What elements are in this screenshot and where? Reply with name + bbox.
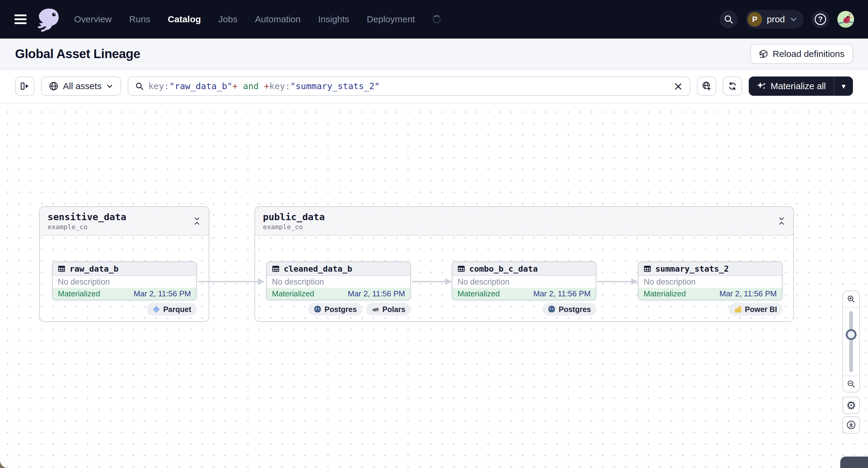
group-location: example_co [263,223,325,231]
deployment-name: prod [767,14,785,24]
status-badge: Materialized [58,289,100,299]
dagster-octopus-icon [36,7,61,32]
reload-definitions-label: Reload definitions [773,49,845,59]
table-icon [457,265,465,273]
asset-scope-dropdown[interactable]: All assets [41,76,121,96]
nav-item-runs[interactable]: Runs [129,14,150,24]
zoom-out-button[interactable] [843,376,859,392]
caret-down-icon: ▾ [841,82,845,91]
zoom-out-icon [847,379,856,388]
reload-cube-icon [759,49,768,59]
edge-arrowhead-icon [445,278,452,285]
refresh-button[interactable] [723,76,742,96]
asset-badges-summary-stats-2: Power BI [638,303,782,316]
search-icon [723,14,734,24]
group-header: sensitive_data example_co [40,207,209,236]
kind-badge-postgres[interactable]: Postgres [308,303,362,316]
asset-node-summary-stats-2[interactable]: summary_stats_2 No description Materiali… [638,261,782,300]
asset-status-row: Materialized Mar 2, 11:56 PM [453,288,596,300]
dagster-logo[interactable] [36,7,61,32]
status-badge: Materialized [644,289,686,299]
materialization-timestamp[interactable]: Mar 2, 11:56 PM [719,289,777,299]
polars-bear-icon [371,305,379,313]
table-icon [272,265,280,273]
asset-name-row: cleaned_data_b [267,262,410,276]
nav-item-insights[interactable]: Insights [318,14,349,24]
nav-item-deployment[interactable]: Deployment [367,14,415,24]
asset-description: No description [267,276,410,288]
badge-label: Postgres [325,305,357,314]
asset-search-input[interactable]: key:"raw_data_b"+ and +key:"summary_stat… [128,76,690,96]
nav-item-overview[interactable]: Overview [74,14,112,24]
search-icon [135,82,144,91]
zoom-in-button[interactable] [843,291,859,308]
download-image-button[interactable] [842,416,860,434]
lineage-graph-canvas[interactable]: sensitive_data example_co public_data ex… [0,103,868,468]
group-header: public_data example_co [255,207,793,236]
zoom-slider-track[interactable] [849,311,853,372]
asset-badges-combo-b-c-data: Postgres [452,303,596,316]
zoom-in-icon [847,294,856,304]
materialize-dropdown-button[interactable]: ▾ [834,76,853,96]
search-button[interactable] [719,10,738,28]
asset-node-cleaned-data-b[interactable]: cleaned_data_b No description Materializ… [266,261,411,300]
edge-arrowhead-icon [258,278,265,285]
kind-badge-parquet[interactable]: Parquet [147,303,197,316]
lineage-edge [198,281,258,282]
materialization-timestamp[interactable]: Mar 2, 11:56 PM [348,289,405,299]
add-to-selection-button[interactable] [697,76,716,96]
user-avatar[interactable] [837,11,854,28]
query-text: key:"raw_data_b"+ and +key:"summary_stat… [148,81,379,91]
top-nav: Overview Runs Catalog Jobs Automation In… [0,0,868,38]
asset-node-combo-b-c-data[interactable]: combo_b_c_data No description Materializ… [452,261,596,300]
collapse-group-icon[interactable] [778,216,785,226]
lineage-toolbar: All assets key:"raw_data_b"+ and +key:"s… [0,69,868,103]
materialize-all-button[interactable]: Materialize all ▾ [749,76,853,96]
asset-name-row: raw_data_b [53,262,196,276]
clear-search-icon[interactable]: × [674,81,683,92]
zoom-slider-thumb[interactable] [846,329,857,340]
nav-right-cluster: P prod ? [719,10,854,29]
materialize-all-label: Materialize all [771,81,826,91]
materialize-all-main[interactable]: Materialize all [749,76,834,96]
kind-badge-postgres[interactable]: Postgres [542,303,596,316]
nav-item-catalog[interactable]: Catalog [168,14,201,24]
asset-name: summary_stats_2 [655,264,729,274]
parquet-icon [152,305,160,313]
chevron-down-icon [106,83,113,90]
asset-scope-label: All assets [63,81,101,91]
chevron-down-icon [790,15,798,23]
bottom-right-slab [840,457,868,468]
lineage-edge [597,281,631,282]
reload-definitions-button[interactable]: Reload definitions [750,44,853,64]
menu-icon[interactable] [14,13,28,25]
status-badge: Materialized [458,289,500,299]
asset-description: No description [453,276,596,288]
help-button[interactable]: ? [811,10,830,28]
kind-badge-polars[interactable]: Polars [366,303,411,316]
group-name: sensitive_data [48,211,126,222]
nav-item-automation[interactable]: Automation [255,14,301,24]
asset-description: No description [639,276,782,288]
table-icon [643,265,651,273]
zoom-slider[interactable] [843,308,859,376]
postgres-icon [313,305,322,313]
materialization-timestamp[interactable]: Mar 2, 11:56 PM [134,289,191,299]
materialization-timestamp[interactable]: Mar 2, 11:56 PM [533,289,591,299]
globe-icon [49,81,58,91]
collapse-group-icon[interactable] [193,216,201,226]
deployment-switcher[interactable]: P prod [745,10,804,29]
asset-name: combo_b_c_data [469,264,538,274]
asset-node-raw-data-b[interactable]: raw_data_b No description Materialized M… [52,261,197,300]
kind-badge-powerbi[interactable]: Power BI [729,303,782,316]
toggle-sidebar-button[interactable] [15,76,34,96]
nav-item-jobs[interactable]: Jobs [218,14,237,24]
badge-label: Polars [382,305,405,314]
help-icon: ? [815,13,826,25]
table-icon [58,265,66,273]
graph-settings-button[interactable]: ⚙ [842,397,860,414]
asset-badges-cleaned-data-b: Postgres Polars [266,303,411,316]
badge-label: Power BI [745,305,777,314]
badge-label: Parquet [163,305,191,314]
asset-name-row: combo_b_c_data [453,262,596,276]
